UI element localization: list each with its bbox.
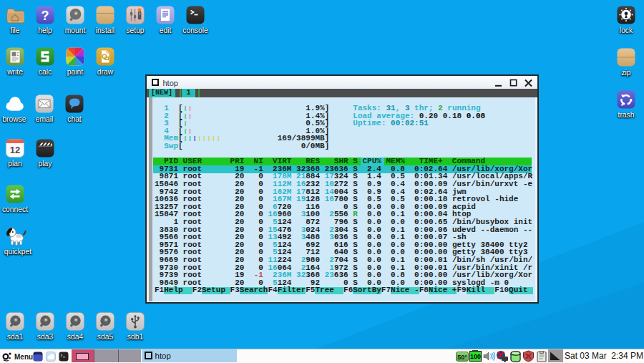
svg-text:12: 12 bbox=[10, 145, 20, 155]
svg-text:?: ? bbox=[42, 9, 49, 23]
